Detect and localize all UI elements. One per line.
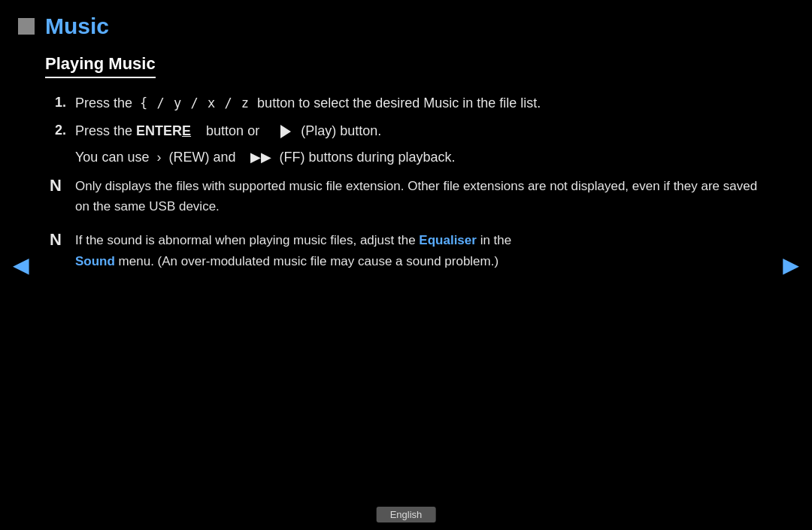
equaliser-link[interactable]: Equaliser: [419, 233, 477, 247]
main-content: Playing Music 1. Press the { / y / x / z…: [0, 47, 812, 292]
step-2-text: Press the ENTERE button or (Play) button…: [75, 121, 381, 141]
step-1: 1. Press the { / y / x / z button to sel…: [45, 93, 767, 114]
header: Music: [0, 0, 812, 47]
sound-link[interactable]: Sound: [75, 254, 115, 268]
step-2-number: 2.: [45, 121, 66, 138]
enter-e-bold: E: [182, 123, 191, 138]
language-label: English: [390, 509, 423, 520]
step-1-keys: { / y / x / z: [140, 95, 250, 111]
note-2-text: If the sound is abnormal when playing mu…: [75, 230, 511, 271]
note-2: N If the sound is abnormal when playing …: [45, 230, 767, 271]
play-icon-inline: [278, 123, 297, 138]
step-2: 2. Press the ENTERE button or (Play) but…: [45, 121, 767, 141]
sub-line: You can use › (REW) and ▶▶ (FF) buttons …: [75, 149, 767, 165]
nav-left-button[interactable]: ◄: [8, 250, 35, 281]
right-arrow-icon: ►: [777, 250, 804, 280]
nav-right-button[interactable]: ►: [777, 250, 804, 281]
left-arrow-icon: ◄: [8, 250, 35, 280]
ff-icon: ▶▶: [250, 150, 271, 165]
header-square-icon: [18, 18, 35, 35]
note-1-letter: N: [45, 176, 66, 195]
step-1-number: 1.: [45, 93, 66, 111]
note-1: N Only displays the files with supported…: [45, 176, 767, 217]
note-1-text: Only displays the files with supported m…: [75, 176, 767, 217]
section-title: Playing Music: [45, 54, 767, 93]
note-2-letter: N: [45, 230, 66, 250]
enter-bold: ENTER: [136, 123, 182, 138]
language-bar[interactable]: English: [377, 507, 436, 522]
step-1-text: Press the { / y / x / z button to select…: [75, 93, 541, 114]
page-title: Music: [45, 14, 109, 39]
